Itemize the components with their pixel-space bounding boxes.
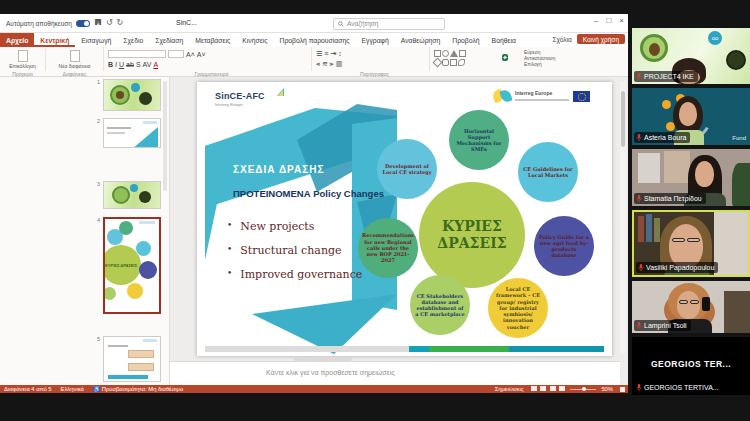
circle-stakeholders[interactable]: CE Stakeholders database and establishme… xyxy=(410,275,470,335)
circle-main-actions[interactable]: ΚΥΡΙΕΣ ΔΡΑΣΕΙΣ xyxy=(419,182,525,288)
minimize-button[interactable]: – xyxy=(594,16,598,25)
bullets-button[interactable]: ☰ xyxy=(316,50,322,57)
save-icon[interactable]: 🖪 xyxy=(94,19,102,27)
char-spacing-icon[interactable]: AV xyxy=(143,61,152,68)
designer-icon[interactable]: ✦ xyxy=(502,54,508,61)
slide-canvas[interactable]: SinCE-AFC Interreg Europe Interreg Europ… xyxy=(197,82,612,356)
tab-file[interactable]: Αρχείο xyxy=(0,33,34,47)
muted-mic-icon xyxy=(638,263,644,272)
fit-slide-icon[interactable] xyxy=(620,387,625,392)
title-bar: Αυτόματη αποθήκευση 🖪 ↺ ↻ SinC... Αναζήτ… xyxy=(0,14,628,33)
shape-ellipse-icon[interactable] xyxy=(442,50,449,57)
bold-button[interactable]: B xyxy=(108,61,113,68)
align-left-button[interactable]: ⫷ xyxy=(316,60,320,67)
align-center-button[interactable]: ≋ xyxy=(322,60,328,67)
share-button[interactable]: Κοινή χρήση xyxy=(577,34,625,44)
thumbnail-scrollbar[interactable] xyxy=(163,81,167,191)
tab-record[interactable]: Εγγραφή xyxy=(355,33,394,47)
restore-button[interactable]: □ xyxy=(606,16,611,25)
columns-icon[interactable]: ▥ xyxy=(336,60,343,67)
font-size-select[interactable] xyxy=(168,50,184,58)
wall-poster xyxy=(638,153,660,183)
shape-moon-icon[interactable] xyxy=(458,59,465,66)
notes-toggle[interactable]: Σημειώσεις xyxy=(495,386,524,392)
shadow-button[interactable]: S xyxy=(136,61,141,68)
select-button[interactable]: Επιλογή xyxy=(524,62,594,67)
notes-placeholder: Κάντε κλικ για να προσθέσετε σημειώσεις xyxy=(266,369,395,376)
close-button[interactable]: × xyxy=(619,16,624,25)
tab-draw[interactable]: Σχέδιο xyxy=(117,33,149,47)
search-input[interactable]: Αναζήτηση xyxy=(333,18,445,30)
tab-view[interactable]: Προβολή xyxy=(446,33,485,47)
circle-ce-guidelines[interactable]: CE Guidelines for Local Markets xyxy=(518,142,578,202)
italic-button[interactable]: I xyxy=(115,61,117,68)
bookshelf-books xyxy=(638,216,644,242)
grow-font-icon[interactable]: A˄ xyxy=(186,51,195,58)
align-right-button[interactable]: ⫸ xyxy=(330,60,334,67)
language-indicator[interactable]: Ελληνικά xyxy=(61,386,84,392)
interreg-europe-logo: Interreg Europe xyxy=(493,90,590,102)
autosave-toggle[interactable] xyxy=(76,20,90,27)
shape-arrow-icon[interactable] xyxy=(450,59,457,66)
indent-icon[interactable]: ⇥ xyxy=(330,50,336,57)
circle-horizontal-support[interactable]: Horizontal Support Mechanisms for SMEs xyxy=(449,110,509,170)
slide-sorter-icon[interactable] xyxy=(540,386,546,391)
font-name-select[interactable] xyxy=(108,50,166,58)
tab-insert[interactable]: Εισαγωγή xyxy=(75,33,117,47)
tab-design[interactable]: Σχεδίαση xyxy=(149,33,189,47)
circle-policy-guide[interactable]: Policy Guide for a new agri food by-prod… xyxy=(534,216,594,276)
strikethrough-button[interactable]: ab xyxy=(126,61,134,68)
zoom-meeting-stage: Αυτόματη αποθήκευση 🖪 ↺ ↻ SinC... Αναζήτ… xyxy=(0,0,750,421)
replace-button[interactable]: Αντικατάσταση xyxy=(524,56,594,61)
participant-tile-lamprini[interactable]: Lamprini Tsoli xyxy=(632,281,750,333)
status-bar: Διαφάνεια 4 από 5 Ελληνικά ♿ Προσβασιμότ… xyxy=(0,385,628,393)
circle-recommendations[interactable]: Recommendations for new Regional calls u… xyxy=(358,218,418,278)
shape-diamond-icon[interactable] xyxy=(432,57,442,67)
tab-slideshow[interactable]: Προβολή παρουσίασης xyxy=(274,33,356,47)
slide-thumbnail-5[interactable] xyxy=(103,336,161,382)
slide-thumbnail-1[interactable] xyxy=(103,79,161,111)
bullet-list[interactable]: •New projects •Structural change •Improv… xyxy=(227,220,362,292)
shapes-gallery[interactable] xyxy=(430,47,494,71)
participant-tile-project4[interactable]: oo PROJECT4 IKE xyxy=(632,28,750,84)
participant-tile-vasiliki-active[interactable]: Vasiliki Papadopoulou xyxy=(632,210,750,277)
tab-animations[interactable]: Κινήσεις xyxy=(236,33,273,47)
line-spacing-icon[interactable]: ↕ xyxy=(338,50,342,57)
accessibility-status[interactable]: ♿ Προσβασιμότητα: Μη διαθέσιμο xyxy=(93,386,183,392)
participant-tile-asteria[interactable]: Fund Asteria Boura xyxy=(632,88,750,145)
normal-view-icon[interactable] xyxy=(531,386,537,391)
comments-button[interactable]: Σχόλια xyxy=(552,36,571,43)
tab-help[interactable]: Βοήθεια xyxy=(486,33,522,47)
since-afc-logo-mark xyxy=(277,88,284,96)
participant-tile-stamatia[interactable]: Stamatia Πετρίδου xyxy=(632,149,750,206)
circle-local-framework[interactable]: Local CE framework – CE group/ registry … xyxy=(488,278,548,338)
circle-development[interactable]: Development of Local CE strategy xyxy=(377,139,437,199)
shrink-font-icon[interactable]: A˅ xyxy=(197,51,206,58)
banner-subtitle[interactable]: ΠΡΟΤΕΙΝΟΜΕΝΑ Policy Changes xyxy=(233,188,384,199)
editor-scrollbar[interactable] xyxy=(620,81,626,353)
notes-pane[interactable]: Κάντε κλικ για να προσθέσετε σημειώσεις xyxy=(170,361,620,385)
shape-frame-icon[interactable] xyxy=(459,50,466,57)
slide-thumbnail-3[interactable] xyxy=(103,181,161,209)
undo-icon[interactable]: ↺ xyxy=(106,19,113,27)
slide-thumbnail-4-selected[interactable]: ΚΥΡΙΕΣ ΔΡΑΣΕΙΣ xyxy=(103,217,161,314)
paste-button[interactable]: Επικόλληση xyxy=(0,48,45,69)
tab-home[interactable]: Κεντρική xyxy=(34,33,75,47)
redo-icon[interactable]: ↻ xyxy=(117,19,124,27)
banner-title[interactable]: ΣΧΕΔΙΑ ΔΡΑΣΗΣ xyxy=(233,164,325,175)
reading-view-icon[interactable] xyxy=(550,386,556,391)
zoom-slider[interactable] xyxy=(570,389,596,390)
tab-transitions[interactable]: Μεταβάσεις xyxy=(189,33,236,47)
shape-triangle-icon[interactable] xyxy=(450,50,458,57)
find-button[interactable]: Εύρεση xyxy=(524,50,594,55)
font-color-button[interactable]: A xyxy=(153,61,158,68)
tab-review[interactable]: Αναθεώρηση xyxy=(395,33,446,47)
numbering-button[interactable]: ≡ xyxy=(324,50,328,57)
slide-thumbnail-2[interactable] xyxy=(103,118,161,148)
participant-tile-georgios[interactable]: GEORGIOS TER... GEORGIOS TERTIVA... xyxy=(632,337,750,395)
zoom-level[interactable]: 50% xyxy=(601,386,613,392)
slideshow-icon[interactable] xyxy=(559,386,565,391)
underline-button[interactable]: U xyxy=(119,61,124,68)
new-slide-button[interactable]: Νέα διαφάνεια xyxy=(46,48,103,69)
shape-rect-icon[interactable] xyxy=(434,50,441,57)
